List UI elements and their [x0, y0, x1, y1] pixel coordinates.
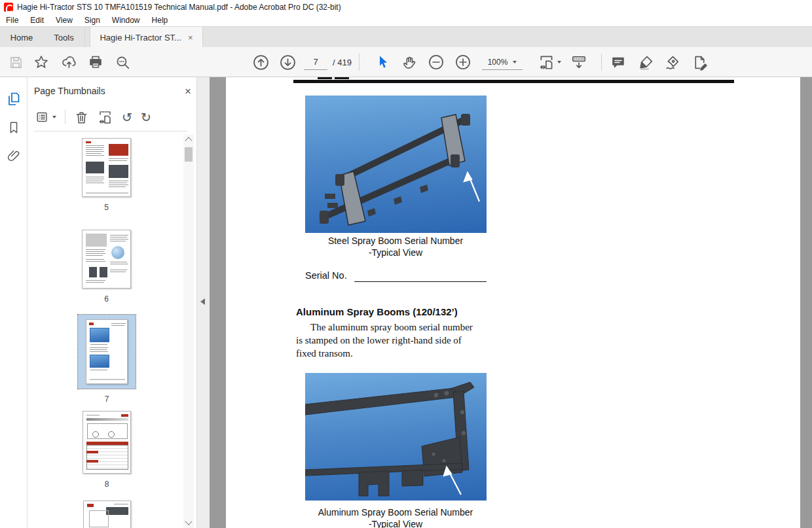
print-button[interactable]	[85, 52, 106, 73]
sign-button[interactable]	[661, 52, 682, 73]
panel-toolbar-divider	[65, 110, 65, 124]
title-bar: Hagie Hi-Tractor STS 10 TMFA101519 Techn…	[0, 0, 812, 14]
serial-number-label: Serial No.	[305, 270, 347, 281]
thumbnail-page-7-selected[interactable]: 7	[78, 315, 136, 404]
minus-circle-icon	[428, 54, 445, 71]
collapse-panel-icon[interactable]	[200, 298, 205, 305]
comment-icon	[610, 54, 626, 70]
star-button[interactable]	[31, 52, 52, 73]
scroll-down-icon[interactable]	[185, 518, 192, 525]
menu-edit[interactable]: Edit	[24, 15, 50, 26]
cloud-upload-icon	[61, 54, 77, 71]
main-toolbar: / 419 100%	[0, 47, 812, 77]
star-icon	[33, 54, 49, 70]
search-icon	[115, 54, 131, 71]
page-header-rule	[293, 80, 734, 83]
arrow-up-circle-icon	[252, 54, 270, 71]
zoom-level-dropdown[interactable]: 100%	[482, 54, 523, 70]
fit-width-button[interactable]	[536, 52, 563, 73]
printer-icon	[88, 54, 103, 70]
aluminum-boom-illustration	[305, 373, 487, 501]
bookmarks-rail-button[interactable]	[5, 119, 22, 136]
highlight-button[interactable]	[635, 52, 656, 73]
panel-separator	[34, 131, 187, 132]
tab-home[interactable]: Home	[0, 27, 43, 48]
hide-toolbar-button[interactable]	[568, 52, 589, 73]
page-thumbnails-panel: Page Thumbnails ×	[28, 77, 196, 528]
paperclip-icon	[7, 149, 21, 164]
save-button[interactable]	[5, 52, 26, 73]
tab-tools[interactable]: Tools	[43, 27, 85, 48]
search-button[interactable]	[112, 52, 133, 73]
thumbnail-page-9-partial[interactable]	[83, 501, 131, 528]
attachments-rail-button[interactable]	[5, 148, 22, 165]
aluminum-boom-figure	[305, 373, 487, 501]
thumbnail-page-5[interactable]: 5	[82, 138, 131, 212]
page-thumbnails-icon	[6, 91, 22, 107]
thumbnail-page-label: 5	[104, 203, 109, 212]
paragraph-line: is stamped on the lower right-hand side …	[296, 335, 462, 346]
chevron-down-icon	[557, 61, 561, 63]
panel-close-icon[interactable]: ×	[185, 86, 191, 97]
paragraph-line: The aluminum spray boom serial number	[310, 322, 473, 333]
menu-view[interactable]: View	[50, 15, 79, 26]
chevron-down-icon	[513, 61, 517, 63]
scroll-up-icon[interactable]	[185, 137, 192, 144]
chevron-down-icon	[52, 116, 56, 118]
panel-splitter[interactable]	[196, 77, 210, 528]
cursor-arrow-icon	[375, 54, 390, 70]
reading-mode-icon	[570, 54, 587, 71]
acrobat-logo-icon	[4, 3, 13, 12]
menu-window[interactable]: Window	[106, 15, 146, 26]
toolbar-divider	[601, 54, 602, 71]
steel-boom-illustration	[305, 96, 487, 233]
bookmark-icon	[7, 120, 21, 135]
previous-page-button[interactable]	[250, 52, 271, 73]
pdf-page: Steel Spray Boom Serial Number -Typical …	[226, 77, 800, 528]
thumbnail-page-8[interactable]: 8	[83, 411, 131, 489]
scrollbar-thumb[interactable]	[185, 147, 193, 162]
options-list-icon	[35, 110, 50, 124]
arrow-down-circle-icon	[279, 54, 297, 71]
fit-width-icon	[538, 54, 555, 71]
paragraph-line: fixed transom.	[296, 348, 353, 359]
tab-close-icon[interactable]: ×	[188, 33, 193, 42]
fill-and-sign-button[interactable]	[689, 52, 710, 73]
page-thumbnails-rail-button[interactable]	[5, 90, 22, 107]
tab-document[interactable]: Hagie Hi-Tractor ST... ×	[90, 27, 203, 48]
aluminum-boom-caption: Aluminum Spray Boom Serial Number -Typic…	[284, 506, 507, 528]
plus-circle-icon	[454, 54, 471, 71]
page-pencil-icon	[692, 54, 708, 71]
steel-boom-figure	[305, 96, 487, 233]
window-title: Hagie Hi-Tractor STS 10 TMFA101519 Techn…	[17, 3, 341, 12]
comment-button[interactable]	[608, 52, 629, 73]
thumbnail-page-label: 8	[105, 480, 109, 489]
thumbnail-page-label: 6	[104, 294, 109, 304]
rotate-ccw-button[interactable]: ↺	[122, 111, 132, 124]
trash-icon	[74, 110, 89, 125]
navigation-rail	[0, 77, 28, 528]
resize-pages-button[interactable]	[98, 109, 113, 125]
select-tool-button[interactable]	[372, 52, 393, 73]
thumbnail-page-6[interactable]: 6	[82, 230, 131, 304]
zoom-level-value: 100%	[488, 58, 508, 67]
highlighter-icon	[638, 54, 654, 71]
menu-sign[interactable]: Sign	[79, 15, 106, 26]
menu-file[interactable]: File	[0, 15, 24, 26]
rotate-cw-button[interactable]: ↻	[141, 111, 151, 124]
panel-scrollbar[interactable]	[183, 134, 194, 528]
zoom-out-button[interactable]	[426, 52, 447, 73]
thumbnail-page-label: 7	[105, 395, 109, 404]
zoom-in-button[interactable]	[452, 52, 473, 73]
steel-boom-caption: Steel Spray Boom Serial Number -Typical …	[284, 235, 507, 258]
thumbnail-options-button[interactable]	[35, 110, 56, 124]
hand-tool-button[interactable]	[399, 52, 420, 73]
page-number-input[interactable]	[304, 54, 327, 70]
fountain-pen-icon	[664, 54, 680, 71]
delete-pages-button[interactable]	[74, 110, 89, 125]
menu-help[interactable]: Help	[146, 15, 174, 26]
document-viewport[interactable]: Steel Spray Boom Serial Number -Typical …	[210, 77, 812, 528]
next-page-button[interactable]	[277, 52, 298, 73]
panel-header: Page Thumbnails ×	[34, 84, 191, 98]
share-button[interactable]	[58, 52, 79, 73]
